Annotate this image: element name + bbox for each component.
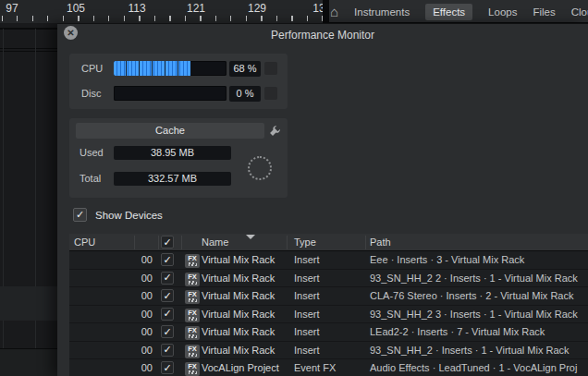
cpu-value: 00 <box>109 254 153 265</box>
column-divider[interactable] <box>365 236 366 249</box>
home-icon[interactable]: ⌂ <box>330 5 338 18</box>
tab-files[interactable]: Files <box>533 6 555 18</box>
app-window: 9710511312112913 ⌂ InstrumentsEffectsLoo… <box>0 0 588 376</box>
table-row[interactable]: 00 ✓ FX VocALign Project Event FX Audio … <box>69 359 588 376</box>
device-path: CLA-76 Stereo · Inserts · 2 - Virtual Mi… <box>370 290 573 301</box>
ruler-number: 97 <box>0 2 24 15</box>
table-row[interactable]: 00 ✓ FX Virtual Mix Rack Insert LEad2-2 … <box>69 323 588 342</box>
device-path: 93_SN_HH_2 3 · Inserts · 1 - Virtual Mix… <box>370 309 578 320</box>
track-divider <box>0 48 57 49</box>
top-bar: 9710511312112913 ⌂ InstrumentsEffectsLoo… <box>0 0 588 23</box>
meter-label: CPU <box>81 63 111 74</box>
header-cpu[interactable]: CPU <box>74 237 95 248</box>
device-name: Virtual Mix Rack <box>202 326 275 337</box>
cpu-value: 00 <box>109 362 153 373</box>
cpu-value: 00 <box>109 345 153 356</box>
table-header[interactable]: CPU ✓ Name Type Path <box>69 234 588 251</box>
cpu-value: 00 <box>109 290 153 301</box>
fx-icon: FX <box>185 309 200 322</box>
tab-loops[interactable]: Loops <box>488 6 517 18</box>
arrangement-area[interactable] <box>0 23 57 376</box>
row-checkbox[interactable]: ✓ <box>161 308 174 321</box>
device-type: Insert <box>294 309 320 320</box>
header-checkbox[interactable]: ✓ <box>161 236 174 249</box>
row-checkbox[interactable]: ✓ <box>161 361 174 374</box>
device-type: Insert <box>294 254 320 265</box>
fx-icon: FX <box>185 273 200 286</box>
device-name: Virtual Mix Rack <box>202 309 275 320</box>
disc-meter <box>114 86 227 101</box>
cache-row-label: Total <box>80 173 101 184</box>
meter-value: 0 % <box>229 86 261 102</box>
device-type: Event FX <box>294 362 336 373</box>
column-divider[interactable] <box>134 236 135 249</box>
device-name: Virtual Mix Rack <box>202 290 275 301</box>
cache-row-value: 332.57 MB <box>114 172 231 186</box>
meter-fill <box>114 61 190 76</box>
device-path: Eee · Inserts · 3 - Virtual Mix Rack <box>370 254 524 265</box>
device-path: 93_SN_HH_2 · Inserts · 1 - Virtual Mix R… <box>370 345 570 356</box>
row-checkbox[interactable]: ✓ <box>161 289 174 302</box>
device-path: LEad2-2 · Inserts · 7 - Virtual Mix Rack <box>370 326 545 337</box>
table-row[interactable]: 00 ✓ FX Virtual Mix Rack Insert Eee · In… <box>69 251 588 270</box>
cpu-value: 00 <box>109 309 153 320</box>
column-divider[interactable] <box>287 236 288 249</box>
grid-line <box>35 29 36 376</box>
device-name: VocALign Project <box>202 362 279 373</box>
table-row[interactable]: 00 ✓ FX Virtual Mix Rack Insert 93_SN_HH… <box>69 342 588 360</box>
ruler-number: 113 <box>125 2 149 15</box>
tab-cloud[interactable]: Cloud <box>571 6 588 18</box>
device-path: 93_SN_HH_2 2 · Inserts · 1 - Virtual Mix… <box>370 273 578 284</box>
show-devices-toggle[interactable]: ✓ Show Devices <box>73 208 163 222</box>
header-name[interactable]: Name <box>202 237 228 248</box>
device-type: Insert <box>294 290 320 301</box>
devices-table: CPU ✓ Name Type Path 00 ✓ FX Virtual Mix… <box>69 234 588 376</box>
fx-icon: FX <box>185 345 200 358</box>
fx-icon: FX <box>185 326 200 340</box>
cpu-value: 00 <box>109 273 153 284</box>
device-path: Audio Effects · LeadTuned · 1 - VocALign… <box>370 362 577 373</box>
show-devices-label: Show Devices <box>95 210 163 221</box>
panel-title: Performance Monitor <box>57 29 588 42</box>
row-checkbox[interactable]: ✓ <box>161 325 174 338</box>
meter-option-button[interactable] <box>264 62 277 75</box>
spinner-icon <box>248 156 272 180</box>
row-checkbox[interactable]: ✓ <box>161 253 174 266</box>
meter-label: Disc <box>81 88 111 99</box>
wrench-icon[interactable] <box>269 125 281 137</box>
ruler-ticks <box>2 16 324 21</box>
header-type[interactable]: Type <box>294 237 316 248</box>
show-devices-checkbox[interactable]: ✓ <box>73 208 87 222</box>
ruler-number: 105 <box>64 2 88 15</box>
cpu-value: 00 <box>109 326 153 337</box>
track-lane <box>0 286 57 321</box>
column-divider[interactable] <box>158 236 159 249</box>
track-divider <box>0 51 57 52</box>
tab-effects[interactable]: Effects <box>425 4 472 20</box>
row-checkbox[interactable]: ✓ <box>161 344 174 357</box>
topbar-divider <box>323 0 329 23</box>
tab-instruments[interactable]: Instruments <box>354 6 410 18</box>
header-path[interactable]: Path <box>370 237 391 248</box>
fx-icon: FX <box>185 362 200 376</box>
device-name: Virtual Mix Rack <box>202 254 275 265</box>
cpu-meter <box>114 61 227 76</box>
table-row[interactable]: 00 ✓ FX Virtual Mix Rack Insert 93_SN_HH… <box>69 270 588 288</box>
device-type: Insert <box>294 326 320 337</box>
table-row[interactable]: 00 ✓ FX Virtual Mix Rack Insert 93_SN_HH… <box>69 306 588 324</box>
ruler-number: 13 <box>307 2 324 15</box>
cache-header-button[interactable]: Cache <box>76 123 264 139</box>
device-name: Virtual Mix Rack <box>202 273 275 284</box>
meters-box: CPU 68 % Disc 0 % <box>69 54 288 109</box>
sort-descending-icon <box>246 235 255 239</box>
column-divider[interactable] <box>181 236 182 249</box>
row-checkbox[interactable]: ✓ <box>161 272 174 285</box>
table-row[interactable]: 00 ✓ FX Virtual Mix Rack Insert CLA-76 S… <box>69 287 588 306</box>
cache-row-value: 38.95 MB <box>114 146 231 160</box>
meter-option-button[interactable] <box>264 87 277 100</box>
cache-box: Cache Used 38.95 MBTotal 332.57 MB <box>69 118 288 198</box>
track-lane <box>0 349 57 376</box>
grid-line <box>3 29 4 376</box>
timeline-ruler[interactable]: 9710511312112913 <box>0 0 324 23</box>
fx-icon: FX <box>185 290 200 304</box>
